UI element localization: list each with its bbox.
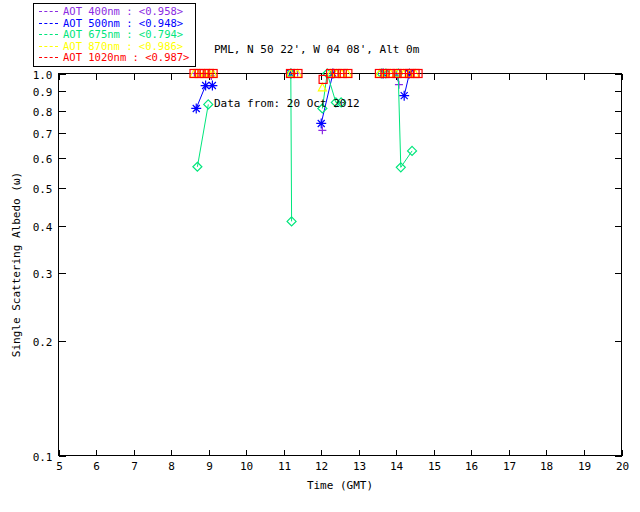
x-tick-label: 20 (616, 460, 629, 473)
x-axis-title: Time (GMT) (307, 479, 373, 492)
x-tick-label: 13 (353, 460, 366, 473)
y-tick-label: 0.7 (33, 128, 53, 141)
data-date: Data from: 20 Oct 2012 (214, 95, 419, 113)
marker-asterisk (191, 103, 201, 113)
x-tick-label: 16 (465, 460, 478, 473)
x-tick-label: 9 (206, 460, 213, 473)
x-tick-label: 12 (315, 460, 328, 473)
x-tick-label: 18 (540, 460, 553, 473)
x-tick-label: 10 (240, 460, 253, 473)
y-tick-label: 0.4 (33, 221, 53, 234)
legend-box: AOT 400nm : <0.958>AOT 500nm : <0.948>AO… (33, 3, 196, 67)
legend-row-1020nm: AOT 1020nm : <0.987> (39, 52, 189, 64)
y-tick-label: 0.5 (33, 183, 53, 196)
station-info: PML, N 50 22', W 04 08', Alt 0m (214, 41, 419, 59)
legend-dash-icon (39, 46, 58, 47)
legend-row-675nm: AOT 675nm : <0.794> (39, 29, 189, 41)
x-tick-label: 14 (390, 460, 404, 473)
x-tick-label: 15 (428, 460, 441, 473)
x-tick-label: 17 (503, 460, 516, 473)
legend-label: AOT 1020nm : <0.987> (63, 52, 189, 64)
legend-dash-icon (39, 23, 58, 24)
y-tick-label: 0.8 (33, 106, 53, 119)
x-tick-label: 5 (56, 460, 63, 473)
y-tick-label: 0.9 (33, 86, 53, 99)
plot-header: PML, N 50 22', W 04 08', Alt 0m Data fro… (214, 5, 419, 149)
x-tick-label: 7 (131, 460, 138, 473)
y-tick-label: 0.6 (33, 153, 53, 166)
legend-label: AOT 400nm : <0.958> (63, 6, 183, 18)
x-tick-label: 8 (168, 460, 175, 473)
legend-dash-icon (39, 34, 58, 35)
y-axis-title: Single Scattering Albedo (ω) (10, 172, 23, 357)
legend-dash-icon (39, 57, 58, 58)
y-tick-label: 0.1 (33, 451, 53, 464)
legend-dash-icon (39, 11, 58, 12)
y-tick-label: 1.0 (33, 69, 53, 82)
x-tick-label: 19 (578, 460, 591, 473)
y-tick-label: 0.3 (33, 268, 53, 281)
series-line-AOT-675nm (197, 104, 208, 166)
x-tick-label: 11 (278, 460, 291, 473)
x-tick-label: 6 (93, 460, 100, 473)
ssa-plot-page: 5678910111213141516171819200.10.20.30.40… (0, 0, 640, 512)
legend-row-400nm: AOT 400nm : <0.958> (39, 6, 189, 18)
legend-label: AOT 675nm : <0.794> (63, 29, 183, 41)
y-tick-label: 0.2 (33, 336, 53, 349)
